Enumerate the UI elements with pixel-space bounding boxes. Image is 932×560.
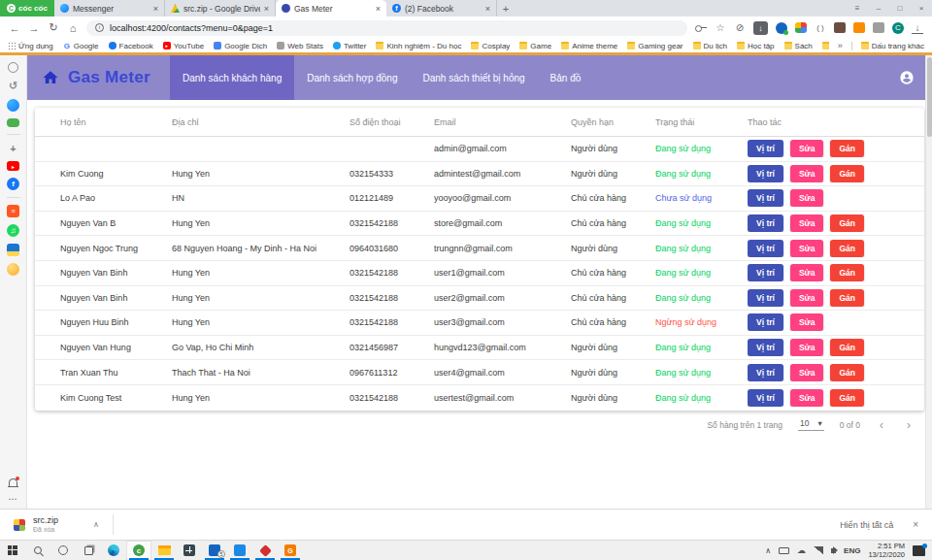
assign-button[interactable]: Gán <box>830 165 864 182</box>
edit-button[interactable]: Sửa <box>790 339 824 356</box>
onedrive-icon[interactable]: ☁ <box>797 545 806 555</box>
tab-close-icon[interactable]: × <box>485 4 490 14</box>
clipboard-icon[interactable]: ≡ <box>7 205 19 217</box>
site-info-icon[interactable]: i <box>95 23 104 32</box>
bookmark-item[interactable]: ▸YouTube <box>163 42 204 50</box>
close-button[interactable]: × <box>911 0 932 16</box>
bookmark-item[interactable]: Cosplay <box>471 42 510 50</box>
download-chip-icon[interactable]: ↓ <box>753 21 768 35</box>
tab-close-icon[interactable]: × <box>153 4 158 14</box>
prev-page-button[interactable]: ‹ <box>876 418 887 432</box>
nav-item[interactable]: Danh sách thiết bị hỏng <box>411 55 538 100</box>
edit-button[interactable]: Sửa <box>790 313 824 331</box>
messenger-icon[interactable] <box>7 99 19 112</box>
browser-menu-icon[interactable]: ≡ <box>847 0 868 16</box>
download-arrow-icon[interactable]: ↓ <box>912 22 923 34</box>
download-bar-close-icon[interactable]: × <box>913 519 918 530</box>
browser-tab[interactable]: f(2) Facebook× <box>386 0 497 16</box>
ext-photos-icon[interactable] <box>795 22 807 33</box>
edit-button[interactable]: Sửa <box>790 240 824 257</box>
show-all-downloads[interactable]: Hiển thị tất cả <box>840 520 893 530</box>
assign-button[interactable]: Gán <box>830 364 864 381</box>
edit-button[interactable]: Sửa <box>790 165 824 182</box>
notifications-bell-icon[interactable] <box>9 478 17 486</box>
loc-button[interactable]: Vị trí <box>748 313 783 331</box>
edit-button[interactable]: Sửa <box>790 389 824 407</box>
assign-button[interactable]: Gán <box>830 389 864 407</box>
bookmark-item[interactable]: GGoogle <box>63 42 99 50</box>
blocked-icon[interactable]: ⊘ <box>734 22 746 33</box>
bookmark-item[interactable]: Web Stats <box>277 42 323 50</box>
browser-tab[interactable]: src.zip - Google Drive× <box>165 0 276 16</box>
gear-icon[interactable] <box>8 62 18 73</box>
bookmark-item[interactable]: Game <box>519 42 551 50</box>
loc-button[interactable]: Vị trí <box>748 214 783 232</box>
volume-icon[interactable] <box>831 548 836 553</box>
language-indicator[interactable]: ENG <box>844 546 860 555</box>
download-item[interactable]: src.zip Đã xóa ∧ <box>14 514 114 536</box>
add-icon[interactable]: + <box>7 142 19 154</box>
loc-button[interactable]: Vị trí <box>748 264 783 281</box>
coccoc-brand-button[interactable]: C cốc cốc <box>0 0 54 16</box>
forward-button[interactable]: → <box>28 22 40 34</box>
taskbar-cortana-button[interactable] <box>50 541 76 560</box>
assign-button[interactable]: Gán <box>830 140 864 157</box>
bookmarks-overflow-icon[interactable]: » <box>838 41 843 50</box>
loc-button[interactable]: Vị trí <box>748 389 783 407</box>
edit-button[interactable]: Sửa <box>790 264 824 281</box>
bookmark-item[interactable]: Kinh nghiệm - Du học <box>376 42 461 50</box>
taskbar-store-button[interactable] <box>177 541 202 560</box>
ext-orange-icon[interactable] <box>853 22 865 33</box>
youtube-icon[interactable]: ▸ <box>7 161 19 171</box>
facebook-icon[interactable]: f <box>7 178 19 190</box>
assign-button[interactable]: Gán <box>830 264 864 281</box>
page-scrollbar[interactable] <box>925 55 932 509</box>
edit-button[interactable]: Sửa <box>790 214 824 232</box>
edit-button[interactable]: Sửa <box>790 289 824 307</box>
browser-tab[interactable]: Gas Meter× <box>276 0 386 16</box>
games-icon[interactable] <box>7 118 19 127</box>
bookmark-item[interactable]: Học tập <box>737 42 775 50</box>
taskbar-taskview-button[interactable] <box>76 541 101 560</box>
edit-button[interactable]: Sửa <box>790 140 824 157</box>
bookmark-item[interactable]: Twitter <box>333 42 367 50</box>
download-menu-icon[interactable]: ∧ <box>93 520 99 529</box>
other-bookmarks-button[interactable]: Dấu trang khác <box>861 42 924 50</box>
taskbar-redpin-button[interactable] <box>252 541 278 560</box>
edit-button[interactable]: Sửa <box>790 364 824 381</box>
bookmark-item[interactable]: Du lịch <box>693 42 727 50</box>
nav-item[interactable]: Danh sách hợp đồng <box>294 55 410 100</box>
bookmark-item[interactable]: Google Dịch <box>214 42 267 50</box>
ext-teal-icon[interactable]: C <box>892 22 904 34</box>
action-center-icon[interactable] <box>913 545 925 556</box>
nav-item[interactable]: Bản đồ <box>538 55 594 100</box>
tab-close-icon[interactable]: × <box>376 4 381 14</box>
bookmark-item[interactable]: Sách <box>784 42 813 50</box>
assign-button[interactable]: Gán <box>830 339 864 356</box>
bookmark-item[interactable]: Facebook <box>109 42 153 50</box>
assign-button[interactable]: Gán <box>830 240 864 257</box>
loc-button[interactable]: Vị trí <box>748 165 783 182</box>
taskbar-explorer-button[interactable] <box>151 541 177 560</box>
ext-puzzle-icon[interactable] <box>873 22 884 33</box>
address-bar[interactable]: i localhost:4200/contacts?menu=0&page=1 <box>86 20 687 36</box>
tray-expand-icon[interactable]: ∧ <box>765 546 771 555</box>
bookmark-item[interactable]: Xe <box>822 42 829 50</box>
edit-button[interactable]: Sửa <box>790 189 824 207</box>
new-tab-button[interactable]: + <box>497 0 515 16</box>
key-icon[interactable] <box>695 22 707 34</box>
taskbar-db5-button[interactable]: 5 <box>202 541 227 560</box>
loc-button[interactable]: Vị trí <box>748 364 783 381</box>
star-icon[interactable]: ☆ <box>715 22 726 33</box>
taskbar-search-button[interactable] <box>25 541 50 560</box>
taskbar-orange-g-button[interactable]: G <box>278 541 303 560</box>
assign-button[interactable]: Gán <box>830 214 864 232</box>
ext-brackets-icon[interactable]: ( ) <box>815 23 826 32</box>
minimize-button[interactable]: – <box>868 0 889 16</box>
browser-tab[interactable]: Messenger× <box>54 0 165 16</box>
loc-button[interactable]: Vị trí <box>748 140 783 157</box>
clock[interactable]: 2:51 PM 13/12/2020 <box>868 542 905 559</box>
bookmark-item[interactable]: Ứng dụng <box>8 42 53 50</box>
loc-button[interactable]: Vị trí <box>748 189 783 207</box>
sidebar-more-icon[interactable]: ⋯ <box>9 494 18 504</box>
